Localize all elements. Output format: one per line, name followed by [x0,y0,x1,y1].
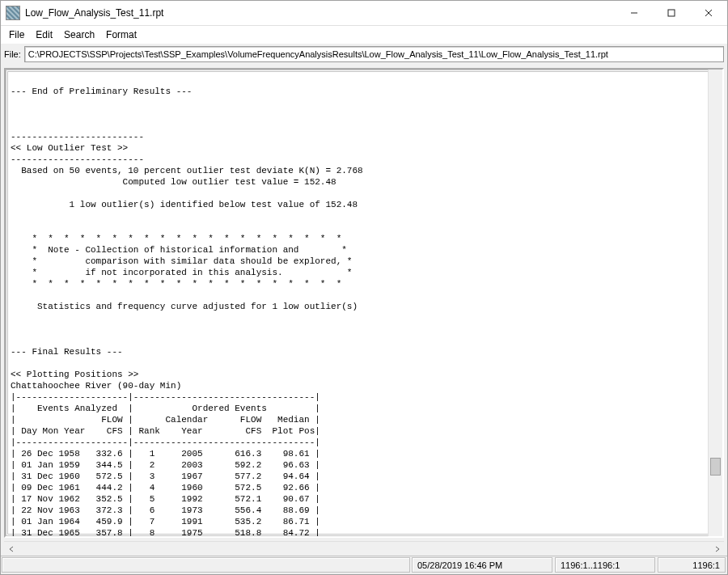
minimize-icon [630,9,638,17]
menubar: File Edit Search Format [1,26,727,44]
file-path-field[interactable]: C:\PROJECTS\SSP\Projects\Test\SSP_Exampl… [24,46,724,62]
menu-search[interactable]: Search [59,27,99,42]
window-title: Low_Flow_Analysis_Test_11.rpt [25,7,616,19]
horizontal-scrollbar[interactable] [4,541,724,556]
minimize-button[interactable] [616,1,653,25]
titlebar[interactable]: Low_Flow_Analysis_Test_11.rpt [1,1,727,26]
statusbar: 05/28/2019 16:46 PM 1196:1..1196:1 1196:… [1,556,727,574]
status-timestamp: 05/28/2019 16:46 PM [412,557,552,573]
hscroll-track[interactable] [18,542,710,556]
app-window: Low_Flow_Analysis_Test_11.rpt File Edit … [0,0,728,575]
window-controls [616,1,727,25]
menu-edit[interactable]: Edit [31,27,57,42]
scroll-left-arrow[interactable] [4,542,18,556]
svg-rect-1 [668,10,675,16]
file-path-row: File: C:\PROJECTS\SSP\Projects\Test\SSP_… [1,44,727,65]
maximize-icon [667,9,675,17]
status-selection: 1196:1..1196:1 [555,557,655,573]
content-frame: --- End of Preliminary Results --- -----… [4,68,724,538]
scroll-thumb[interactable] [710,458,721,476]
menu-format[interactable]: Format [101,27,142,42]
vertical-scrollbar[interactable] [708,70,722,536]
close-button[interactable] [690,1,727,25]
report-text-area[interactable]: --- End of Preliminary Results --- -----… [6,70,708,536]
chevron-left-icon [8,546,15,552]
status-cursor: 1196:1 [658,557,726,573]
app-icon [6,6,20,20]
status-spacer [2,557,410,573]
chevron-right-icon [714,546,721,552]
maximize-button[interactable] [653,1,690,25]
menu-file[interactable]: File [4,27,29,42]
close-icon [705,9,713,17]
file-label: File: [4,49,21,59]
scroll-right-arrow[interactable] [710,542,724,556]
